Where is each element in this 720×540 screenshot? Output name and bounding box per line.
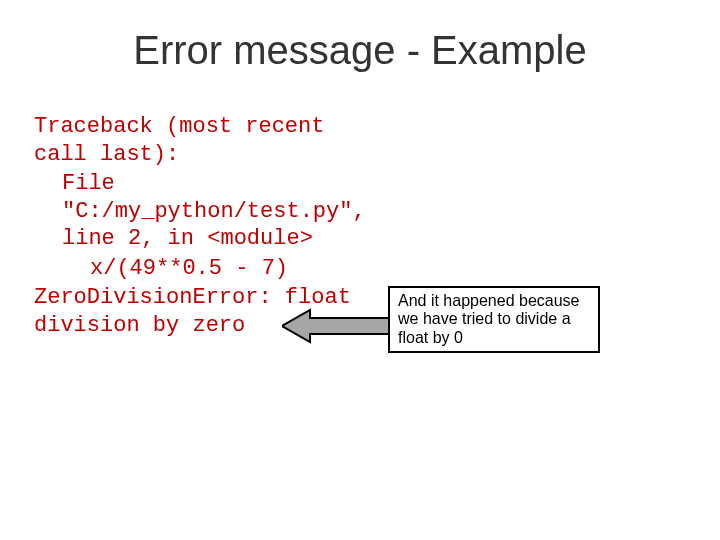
traceback-header: Traceback (most recent call last): [34, 113, 374, 168]
svg-marker-0 [282, 310, 390, 342]
callout-group: And it happened because we have tried to… [378, 286, 698, 366]
arrow-left-icon [282, 306, 390, 346]
slide-title: Error message - Example [0, 28, 720, 73]
callout-text: And it happened because we have tried to… [398, 292, 579, 346]
traceback-expression: x/(49**0.5 - 7) [34, 255, 374, 283]
callout-box: And it happened because we have tried to… [388, 286, 600, 353]
traceback-file-line: File "C:/my_python/test.py", line 2, in … [34, 170, 374, 253]
